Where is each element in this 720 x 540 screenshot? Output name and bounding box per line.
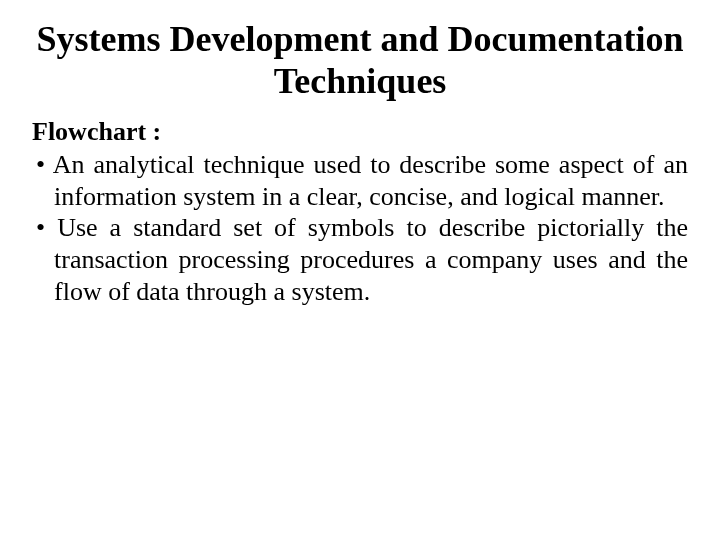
bullet-list: An analytical technique used to describe…	[32, 149, 688, 308]
section-heading: Flowchart :	[32, 117, 688, 147]
list-item: An analytical technique used to describe…	[32, 149, 688, 212]
list-item: Use a standard set of symbols to describ…	[32, 212, 688, 307]
slide-title: Systems Development and Documentation Te…	[32, 18, 688, 103]
slide: Systems Development and Documentation Te…	[0, 0, 720, 540]
